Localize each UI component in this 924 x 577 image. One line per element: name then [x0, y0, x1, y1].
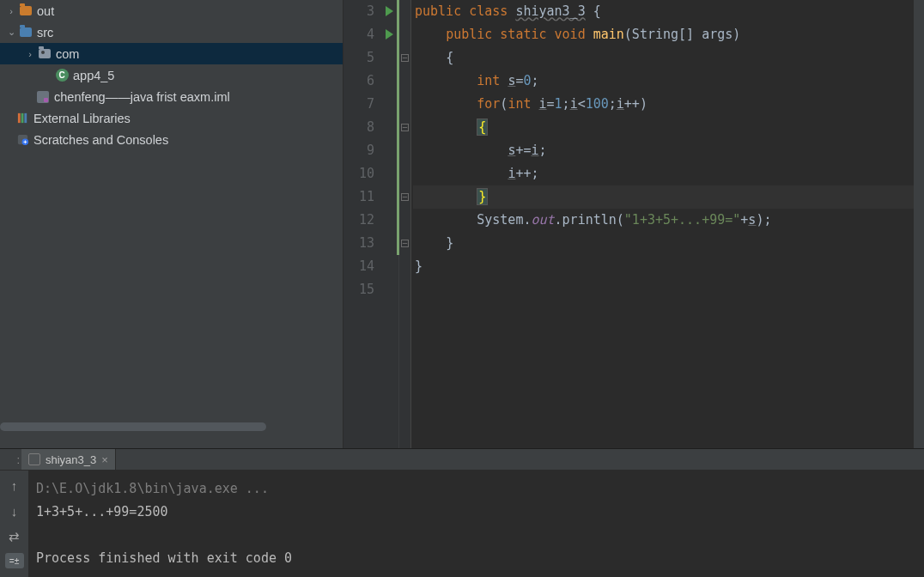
code-line[interactable]: public static void main(String[] args) [413, 23, 914, 46]
folder-icon [19, 26, 33, 39]
line-number[interactable]: 6 [343, 70, 398, 93]
chevron-down-icon: ⌄ [5, 27, 17, 38]
down-arrow-icon[interactable]: ↓ [5, 501, 24, 520]
tree-label: src [37, 26, 53, 39]
scratch-icon [15, 133, 29, 147]
run-config-icon [28, 453, 40, 465]
line-number[interactable]: 12 [343, 209, 398, 232]
run-tab[interactable]: shiyan3_3 × [21, 449, 116, 470]
tree-item-external-libraries[interactable]: · External Libraries [0, 107, 343, 129]
code-line[interactable]: System.out.println("1+3+5+...+99="+s); [413, 209, 914, 232]
code-line[interactable]: { [413, 116, 914, 139]
iml-icon [36, 90, 50, 104]
tree-label: chenfeng——java frist eaxm.iml [54, 90, 230, 104]
console-exit: Process finished with exit code 0 [36, 550, 292, 566]
tree-item-scratches[interactable]: · Scratches and Consoles [0, 129, 343, 150]
tree-item-src[interactable]: ⌄ src [0, 21, 343, 43]
run-panel-marker: : [0, 449, 21, 470]
run-gutter-icon[interactable] [386, 6, 393, 16]
line-number[interactable]: 3 [343, 0, 398, 23]
code-line[interactable]: for(int i=1;i<100;i++) [413, 93, 914, 116]
line-number[interactable]: 5 [343, 46, 398, 70]
code-line-current[interactable]: } [413, 185, 914, 209]
scroll-to-end-icon[interactable]: =± [5, 553, 24, 568]
line-number[interactable]: 13 [343, 232, 398, 255]
run-tab-bar: : shiyan3_3 × [0, 449, 924, 471]
tree-item-iml[interactable]: · chenfeng——java frist eaxm.iml [0, 86, 343, 107]
line-number[interactable]: 15 [343, 278, 398, 301]
code-area[interactable]: public class shiyan3_3 { public static v… [411, 0, 914, 448]
console-output[interactable]: D:\E.O\jdk1.8\bin\java.exe ... 1+3+5+...… [29, 471, 924, 577]
code-line[interactable]: i++; [413, 162, 914, 185]
svg-rect-2 [24, 113, 27, 123]
run-tab-label: shiyan3_3 [46, 453, 96, 466]
run-tool-window: : shiyan3_3 × ↑ ↓ ⇄ =± D:\E.O\jdk1.8\bin… [0, 448, 924, 577]
code-line[interactable] [413, 278, 914, 301]
line-number[interactable]: 10 [343, 162, 398, 185]
line-number-gutter[interactable]: 3 4 5 6 7 8 9 10 11 12 13 14 15 [343, 0, 399, 448]
matched-brace: } [477, 188, 488, 205]
line-number[interactable]: 14 [343, 255, 398, 278]
code-line[interactable]: int s=0; [413, 70, 914, 93]
library-icon [15, 112, 29, 125]
chevron-right-icon: › [24, 49, 36, 59]
package-icon [38, 47, 52, 61]
line-number[interactable]: 11 [343, 185, 398, 209]
tree-item-out[interactable]: › out [0, 0, 343, 21]
svg-rect-0 [17, 113, 20, 123]
tree-label: External Libraries [33, 112, 131, 125]
tree-label: app4_5 [73, 69, 114, 82]
chevron-right-icon: › [5, 6, 17, 16]
console-line: 1+3+5+...+99=2500 [36, 504, 168, 519]
code-line[interactable]: { [413, 46, 914, 70]
line-number[interactable]: 7 [343, 93, 398, 116]
horizontal-scrollbar-thumb[interactable] [0, 422, 266, 431]
fold-toggle-icon[interactable]: – [401, 124, 409, 131]
console-command: D:\E.O\jdk1.8\bin\java.exe ... [36, 481, 269, 496]
up-arrow-icon[interactable]: ↑ [5, 476, 24, 495]
code-line[interactable]: } [413, 255, 914, 278]
line-number[interactable]: 8 [343, 116, 398, 139]
vertical-scrollbar[interactable] [914, 0, 924, 448]
fold-gutter[interactable]: – – – – [399, 0, 411, 448]
class-icon: C [55, 69, 69, 82]
soft-wrap-icon[interactable]: ⇄ [5, 527, 24, 546]
tree-item-com[interactable]: › com [0, 43, 343, 64]
matched-brace: { [477, 118, 488, 136]
code-line[interactable]: } [413, 232, 914, 255]
close-icon[interactable]: × [101, 453, 108, 466]
svg-rect-1 [21, 113, 23, 123]
vcs-change-marker [397, 0, 399, 255]
horizontal-scrollbar-track[interactable] [0, 431, 343, 440]
folder-icon [19, 4, 33, 18]
tree-label: Scratches and Consoles [33, 133, 168, 147]
tree-label: com [56, 47, 79, 61]
fold-toggle-icon[interactable]: – [401, 54, 409, 62]
line-number[interactable]: 9 [343, 139, 398, 162]
project-tree[interactable]: › out ⌄ src › com · C app4_5 · chenfeng—… [0, 0, 343, 448]
fold-toggle-icon[interactable]: – [401, 240, 409, 247]
code-line[interactable]: public class shiyan3_3 { [413, 0, 914, 23]
tree-label: out [37, 4, 54, 18]
fold-toggle-icon[interactable]: – [401, 193, 409, 201]
run-gutter-icon[interactable] [386, 29, 393, 39]
code-editor[interactable]: 3 4 5 6 7 8 9 10 11 12 13 14 15 – – – – … [343, 0, 924, 448]
code-line[interactable]: s+=i; [413, 139, 914, 162]
tree-item-app[interactable]: · C app4_5 [0, 64, 343, 86]
run-toolbar: ↑ ↓ ⇄ =± [0, 471, 29, 577]
line-number[interactable]: 4 [343, 23, 398, 46]
